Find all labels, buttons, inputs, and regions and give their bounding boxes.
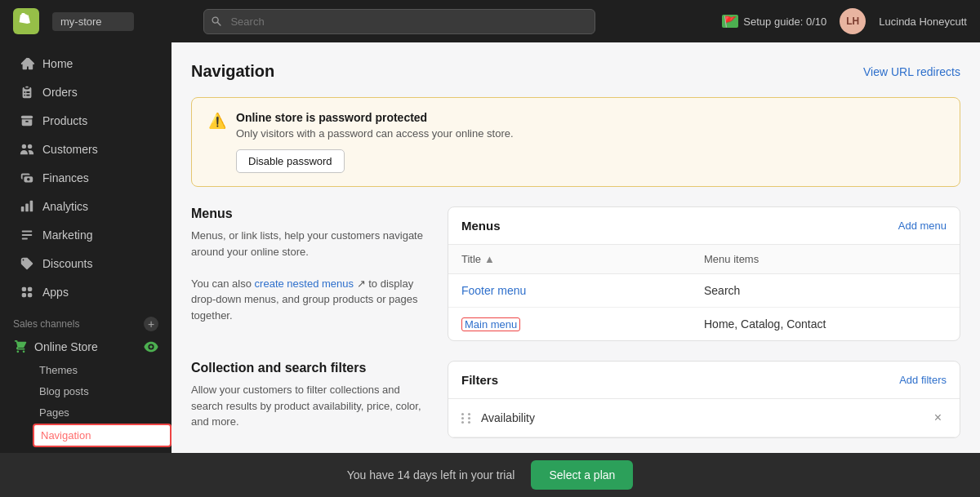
topbar: my-store 🚩 Setup guide: 0/10 LH Lucinda …	[0, 0, 980, 42]
sidebar-item-navigation[interactable]: Navigation	[33, 424, 172, 447]
alert-title: Online store is password protected	[236, 111, 514, 124]
sidebar-item-label: Finances	[42, 171, 89, 184]
eye-icon	[144, 339, 158, 354]
filters-left: Availability	[461, 411, 535, 424]
themes-label: Themes	[39, 364, 78, 376]
create-nested-menus-link[interactable]: create nested menus	[255, 277, 354, 290]
user-name: Lucinda Honeycutt	[879, 16, 967, 28]
finances-icon	[20, 171, 34, 185]
sidebar-item-label: Analytics	[42, 200, 88, 213]
setup-guide-label: Setup guide: 0/10	[743, 16, 826, 28]
sidebar-item-home[interactable]: Home	[7, 50, 165, 78]
sales-channels-section: Sales channels +	[0, 307, 172, 335]
page-title: Navigation	[191, 62, 274, 81]
main-content: Navigation View URL redirects ⚠️ Online …	[172, 42, 980, 453]
sales-channels-label: Sales channels	[13, 318, 79, 330]
avatar[interactable]: LH	[840, 8, 866, 34]
apps-icon	[20, 285, 34, 300]
discounts-icon	[20, 256, 34, 271]
menus-section: Menus Menus, or link lists, help your cu…	[191, 206, 960, 341]
blog-posts-label: Blog posts	[39, 385, 89, 397]
search-icon	[211, 16, 222, 27]
sidebar-item-label: Home	[42, 57, 73, 70]
filters-card: Filters Add filters Availability	[448, 361, 960, 438]
layout: Home Orders Products Customers Finances …	[0, 42, 980, 453]
sidebar-item-discounts[interactable]: Discounts	[7, 250, 165, 277]
footer-menu-cell: Footer menu	[461, 284, 704, 297]
title-column-header: Title ▲	[461, 253, 704, 265]
trial-text: You have 14 days left in your trial	[347, 468, 515, 481]
sidebar-item-analytics[interactable]: Analytics	[7, 193, 165, 220]
filters-section-title: Collection and search filters	[191, 361, 428, 375]
sidebar-item-themes[interactable]: Themes	[33, 360, 172, 380]
sidebar-item-orders[interactable]: Orders	[7, 78, 165, 106]
view-url-redirects-link[interactable]: View URL redirects	[863, 65, 960, 78]
main-menu-link[interactable]: Main menu	[461, 317, 520, 331]
main-menu-cell: Main menu	[461, 317, 704, 331]
add-filters-link[interactable]: Add filters	[899, 374, 947, 386]
add-menu-link[interactable]: Add menu	[898, 220, 947, 232]
filters-card-header: Filters Add filters	[448, 362, 960, 399]
home-icon	[20, 56, 34, 71]
alert-content: Online store is password protected Only …	[236, 111, 514, 173]
remove-filter-button[interactable]: ×	[929, 409, 947, 427]
online-store-label: Online Store	[34, 340, 98, 353]
table-row: Footer menu Search	[448, 274, 960, 308]
drag-handle[interactable]	[461, 413, 473, 424]
add-sales-channel-button[interactable]: +	[144, 317, 158, 331]
sidebar-item-label: Products	[42, 114, 87, 127]
filters-row: Availability ×	[448, 399, 960, 437]
sidebar-item-customers[interactable]: Customers	[7, 135, 165, 163]
search-input[interactable]	[203, 9, 595, 34]
shopify-logo	[13, 8, 39, 34]
store-name[interactable]: my-store	[52, 12, 134, 31]
filters-description: Collection and search filters Allow your…	[191, 361, 428, 438]
navigation-label: Navigation	[41, 429, 91, 442]
sidebar-item-label: Orders	[42, 86, 78, 99]
sidebar: Home Orders Products Customers Finances …	[0, 42, 172, 453]
sidebar-online-store[interactable]: Online Store	[0, 335, 172, 359]
marketing-icon	[20, 228, 34, 242]
sidebar-item-blog-posts[interactable]: Blog posts	[33, 381, 172, 402]
sidebar-item-label: Apps	[42, 286, 69, 299]
online-store-icon	[13, 339, 28, 354]
sidebar-item-pages[interactable]: Pages	[33, 402, 172, 423]
menus-section-title: Menus	[191, 206, 428, 221]
menus-section-text: Menus, or link lists, help your customer…	[191, 228, 428, 323]
page-header: Navigation View URL redirects	[191, 62, 960, 81]
products-icon	[20, 113, 34, 128]
menus-table-header: Title ▲ Menu items	[448, 245, 960, 274]
sidebar-item-label: Marketing	[42, 229, 92, 242]
table-row: Main menu Home, Catalog, Contact	[448, 308, 960, 340]
analytics-icon	[20, 199, 34, 214]
select-plan-button[interactable]: Select a plan	[531, 460, 633, 490]
footer-menu-items-cell: Search	[704, 284, 947, 297]
filters-section: Collection and search filters Allow your…	[191, 361, 960, 438]
disable-password-button[interactable]: Disable password	[236, 149, 345, 173]
menus-card: Menus Add menu Title ▲ Menu items Footer…	[448, 206, 960, 341]
sidebar-item-finances[interactable]: Finances	[7, 164, 165, 192]
sidebar-item-apps[interactable]: Apps	[7, 278, 165, 306]
pages-label: Pages	[39, 406, 69, 419]
sidebar-item-products[interactable]: Products	[7, 107, 165, 135]
sidebar-item-label: Customers	[42, 143, 98, 156]
sidebar-item-marketing[interactable]: Marketing	[7, 221, 165, 249]
setup-guide[interactable]: 🚩 Setup guide: 0/10	[722, 15, 826, 28]
sidebar-sub-nav: Themes Blog posts Pages Navigation Prefe…	[0, 360, 172, 453]
warning-icon: ⚠️	[208, 112, 226, 130]
setup-flag-icon: 🚩	[722, 15, 738, 28]
alert-description: Only visitors with a password can access…	[236, 127, 514, 140]
sidebar-item-label: Discounts	[42, 257, 92, 270]
footer-menu-link[interactable]: Footer menu	[461, 284, 526, 297]
menu-items-column-header: Menu items	[704, 253, 947, 265]
topbar-right: 🚩 Setup guide: 0/10 LH Lucinda Honeycutt	[722, 8, 967, 34]
customers-icon	[20, 142, 34, 157]
orders-icon	[20, 85, 34, 100]
menus-card-title: Menus	[461, 219, 501, 233]
sort-arrow: ▲	[484, 253, 495, 265]
trial-bar: You have 14 days left in your trial Sele…	[0, 453, 980, 497]
menus-card-header: Menus Add menu	[448, 207, 960, 245]
filter-name: Availability	[481, 411, 535, 424]
search-bar[interactable]	[203, 9, 595, 34]
password-alert: ⚠️ Online store is password protected On…	[191, 97, 960, 187]
